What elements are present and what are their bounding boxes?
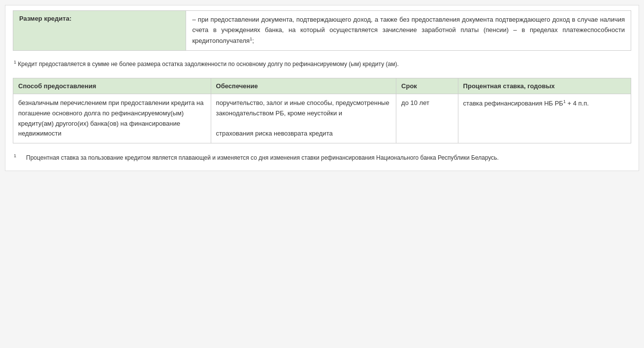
credit-size-header: Размер кредита: xyxy=(13,11,186,51)
table-row: безналичным перечислением при предоставл… xyxy=(13,94,631,143)
footnote-2-text: Процентная ставка за пользование кредито… xyxy=(26,154,499,161)
page-container: Размер кредита: – при предоставлении док… xyxy=(5,5,639,171)
credit-size-label: Размер кредита: xyxy=(19,15,71,22)
rate-text-1: ставка рефинансирования НБ РБ xyxy=(463,100,563,107)
footnote-2-superscript: 1 xyxy=(14,153,16,158)
col-label-security: Обеспечение xyxy=(216,82,258,90)
footnote-2: 1 Процентная ставка за пользование креди… xyxy=(13,149,631,166)
credit-size-table: Размер кредита: – при предоставлении док… xyxy=(13,10,631,51)
col-header-rate: Процентная ставка, годовых xyxy=(458,78,631,94)
col-label-term: Срок xyxy=(401,82,417,90)
col-label-method: Способ предоставления xyxy=(18,82,96,90)
credit-size-text: – при предоставлении документа, подтверж… xyxy=(192,16,625,44)
credit-size-content: – при предоставлении документа, подтверж… xyxy=(186,11,631,51)
cell-rate: ставка рефинансирования НБ РБ1 + 4 п.п. xyxy=(458,94,631,143)
footnote-1-superscript: 1 xyxy=(14,60,16,65)
method-text: безналичным перечислением при предоставл… xyxy=(18,99,203,137)
col-header-security: Обеспечение xyxy=(211,78,396,94)
superscript-1: 1 xyxy=(250,36,252,41)
col-header-term: Срок xyxy=(396,78,458,94)
col-header-method: Способ предоставления xyxy=(13,78,211,94)
cell-term: до 10 лет xyxy=(396,94,458,143)
cell-security: поручительство, залог и иные способы, пр… xyxy=(211,94,396,143)
footnote-1: 1 Кредит предоставляется в сумме не боле… xyxy=(13,56,631,72)
security-text-1: поручительство, залог и иные способы, пр… xyxy=(216,99,389,117)
cell-method: безналичным перечислением при предоставл… xyxy=(13,94,211,143)
term-text: до 10 лет xyxy=(401,99,429,106)
credit-conditions-table: Способ предоставления Обеспечение Срок П… xyxy=(13,78,631,143)
col-label-rate: Процентная ставка, годовых xyxy=(463,82,555,90)
security-text-2: страхования риска невозврата кредита xyxy=(216,130,333,137)
rate-text-2: + 4 п.п. xyxy=(566,100,589,107)
footnote-1-text: Кредит предоставляется в сумме не более … xyxy=(18,61,398,68)
